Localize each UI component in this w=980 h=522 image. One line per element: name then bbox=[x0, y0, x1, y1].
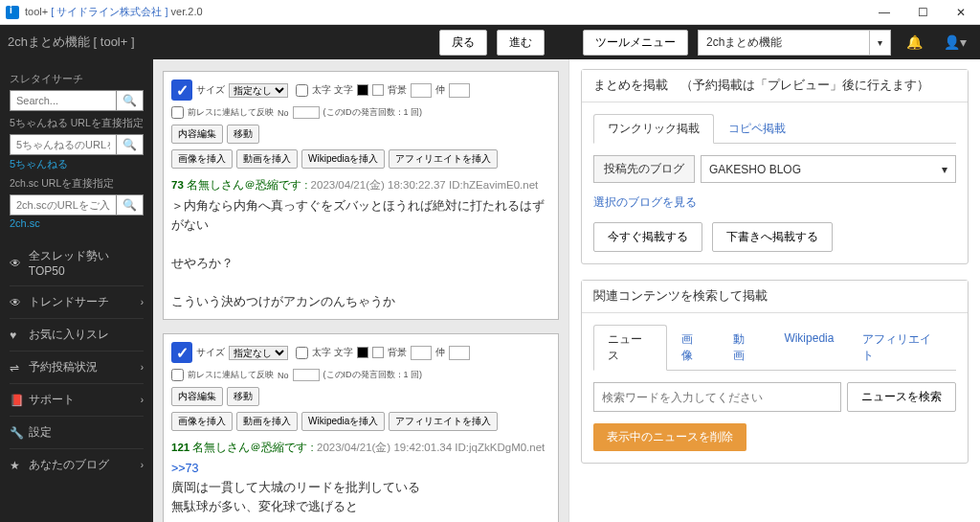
anchor-link[interactable]: >>73 bbox=[171, 462, 199, 475]
sidebar-item-support[interactable]: 📕 サポート › bbox=[10, 383, 144, 416]
tab-image[interactable]: 画像 bbox=[667, 325, 719, 370]
chevron-right-icon: › bbox=[141, 395, 144, 405]
no-input[interactable] bbox=[293, 106, 320, 119]
join-prev-label: 前レスに連結して反映 bbox=[188, 369, 274, 381]
navbar: 2chまとめ機能 [ tool+ ] 戻る 進む ツールメニュー 2chまとめ機… bbox=[0, 25, 980, 59]
user-icon[interactable]: 👤▾ bbox=[938, 34, 972, 50]
sidebar-item-label: サポート bbox=[29, 392, 75, 408]
publish-panel-title: まとめを掲載 （予約掲載は「プレビュー」後に行えます） bbox=[582, 70, 968, 102]
blog-select[interactable]: GAKESHO BLOG ▾ bbox=[701, 155, 956, 183]
bg-input[interactable] bbox=[411, 83, 432, 98]
sidebar: スレタイサーチ 🔍 5ちゃんねる URLを直接指定 🔍 5ちゃんねる 2ch.s… bbox=[0, 59, 153, 522]
title-search-input[interactable] bbox=[10, 90, 117, 111]
news-search-input[interactable] bbox=[593, 382, 841, 412]
sidebar-item-scheduled[interactable]: ⇌ 予約投稿状況 › bbox=[10, 351, 144, 383]
count-text: (このIDの発言回数：1 回) bbox=[323, 106, 423, 119]
no-input[interactable] bbox=[293, 369, 320, 381]
bell-icon[interactable]: 🔔 bbox=[901, 34, 928, 50]
star-icon: ★ bbox=[10, 459, 23, 472]
publish-panel: まとめを掲載 （予約掲載は「プレビュー」後に行えます） ワンクリック掲載 コピペ… bbox=[581, 69, 969, 264]
link-2chsc[interactable]: 2ch.sc bbox=[10, 217, 144, 229]
no-label: No bbox=[278, 371, 289, 380]
check-icon[interactable]: ✓ bbox=[171, 342, 192, 363]
related-tabs: ニュース 画像 動画 Wikipedia アフィリエイト bbox=[593, 325, 956, 371]
right-panel: まとめを掲載 （予約掲載は「プレビュー」後に行えます） ワンクリック掲載 コピペ… bbox=[568, 59, 980, 522]
insert-wikipedia-button[interactable]: Wikipediaを挿入 bbox=[301, 149, 385, 169]
close-button[interactable]: ✕ bbox=[942, 0, 980, 25]
tab-news[interactable]: ニュース bbox=[593, 325, 667, 371]
post-meta: 121 名無しさん＠恐縮です : 2023/04/21(金) 19:42:01.… bbox=[171, 441, 550, 455]
search-icon[interactable]: 🔍 bbox=[117, 90, 144, 111]
tab-copypaste[interactable]: コピペ掲載 bbox=[714, 114, 800, 143]
chevron-down-icon[interactable]: ▾ bbox=[870, 30, 891, 56]
text-color-swatch-2[interactable] bbox=[372, 84, 384, 96]
extra-input[interactable] bbox=[449, 346, 470, 360]
url-2chsc-input[interactable] bbox=[10, 194, 117, 216]
sidebar-item-trend[interactable]: 👁 トレンドサーチ › bbox=[10, 285, 144, 318]
insert-video-button[interactable]: 動画を挿入 bbox=[236, 149, 298, 169]
insert-image-button[interactable]: 画像を挿入 bbox=[171, 149, 233, 169]
chevron-right-icon: › bbox=[141, 297, 144, 307]
search-icon[interactable]: 🔍 bbox=[117, 194, 144, 216]
tab-wikipedia[interactable]: Wikipedia bbox=[769, 325, 848, 370]
bg-input[interactable] bbox=[411, 346, 432, 360]
size-select[interactable]: 指定なし bbox=[229, 83, 288, 98]
search-news-button[interactable]: ニュースを検索 bbox=[847, 382, 956, 412]
edit-content-button[interactable]: 内容編集 bbox=[171, 387, 223, 406]
insert-affiliate-button[interactable]: アフィリエイトを挿入 bbox=[389, 412, 498, 431]
app-icon bbox=[6, 6, 19, 19]
text-color-swatch[interactable] bbox=[357, 84, 368, 96]
book-icon: 📕 bbox=[10, 394, 23, 407]
link-5ch[interactable]: 5ちゃんねる bbox=[10, 157, 144, 171]
insert-video-button[interactable]: 動画を挿入 bbox=[236, 412, 298, 431]
forward-button[interactable]: 進む bbox=[497, 30, 545, 56]
back-button[interactable]: 戻る bbox=[439, 30, 487, 56]
bold-label: 太字 文字 bbox=[312, 346, 353, 359]
chevron-right-icon: › bbox=[141, 460, 144, 470]
section-label: スレタイサーチ bbox=[10, 73, 144, 86]
move-button[interactable]: 移動 bbox=[227, 125, 259, 144]
tool-menu-button[interactable]: ツールメニュー bbox=[583, 30, 688, 56]
publish-now-button[interactable]: 今すぐ掲載する bbox=[593, 222, 702, 252]
move-button[interactable]: 移動 bbox=[227, 387, 259, 406]
size-label: サイズ bbox=[196, 346, 225, 359]
bold-checkbox[interactable] bbox=[296, 84, 308, 97]
eye-icon: 👁 bbox=[10, 296, 23, 309]
join-prev-checkbox[interactable] bbox=[171, 106, 184, 119]
related-panel-title: 関連コンテンツを検索して掲載 bbox=[582, 281, 968, 313]
sidebar-item-settings[interactable]: 🔧 設定 bbox=[10, 416, 144, 448]
insert-image-button[interactable]: 画像を挿入 bbox=[171, 412, 233, 431]
search-icon[interactable]: 🔍 bbox=[117, 134, 144, 155]
check-icon[interactable]: ✓ bbox=[171, 79, 192, 101]
sidebar-item-label: 設定 bbox=[29, 424, 52, 441]
edit-content-button[interactable]: 内容編集 bbox=[171, 125, 223, 144]
size-select[interactable]: 指定なし bbox=[229, 346, 288, 360]
bg-label: 背景 bbox=[388, 346, 407, 359]
tab-oneclick[interactable]: ワンクリック掲載 bbox=[593, 114, 714, 144]
sidebar-item-top50[interactable]: 👁 全スレッド勢いTOP50 bbox=[10, 240, 144, 285]
tab-affiliate[interactable]: アフィリエイト bbox=[848, 325, 956, 370]
maximize-button[interactable]: ☐ bbox=[903, 0, 942, 25]
insert-affiliate-button[interactable]: アフィリエイトを挿入 bbox=[389, 149, 498, 169]
eye-icon: 👁 bbox=[10, 257, 23, 270]
brand-label: 2chまとめ機能 [ tool+ ] bbox=[8, 34, 135, 51]
sidebar-item-yourblog[interactable]: ★ あなたのブログ › bbox=[10, 448, 144, 481]
save-draft-button[interactable]: 下書きへ掲載する bbox=[712, 222, 833, 252]
text-color-swatch[interactable] bbox=[357, 347, 368, 358]
sidebar-item-favorite[interactable]: ♥ お気に入りスレ bbox=[10, 318, 144, 351]
minimize-button[interactable]: — bbox=[865, 0, 903, 25]
sidebar-item-label: 予約投稿状況 bbox=[29, 359, 98, 375]
extra-input[interactable] bbox=[449, 83, 470, 98]
insert-wikipedia-button[interactable]: Wikipediaを挿入 bbox=[301, 412, 385, 431]
tab-video[interactable]: 動画 bbox=[719, 325, 770, 370]
bold-label: 太字 文字 bbox=[312, 83, 353, 97]
mode-select[interactable]: 2chまとめ機能 ▾ bbox=[698, 30, 891, 56]
view-blog-link[interactable]: 選択のブログを見る bbox=[593, 194, 956, 211]
bold-checkbox[interactable] bbox=[296, 347, 308, 359]
url-5ch-input[interactable] bbox=[10, 134, 117, 155]
blog-select-value: GAKESHO BLOG bbox=[709, 163, 801, 176]
delete-news-button[interactable]: 表示中のニュースを削除 bbox=[593, 423, 746, 451]
join-prev-checkbox[interactable] bbox=[171, 369, 184, 381]
join-prev-label: 前レスに連結して反映 bbox=[188, 106, 274, 119]
text-color-swatch-2[interactable] bbox=[372, 347, 384, 358]
